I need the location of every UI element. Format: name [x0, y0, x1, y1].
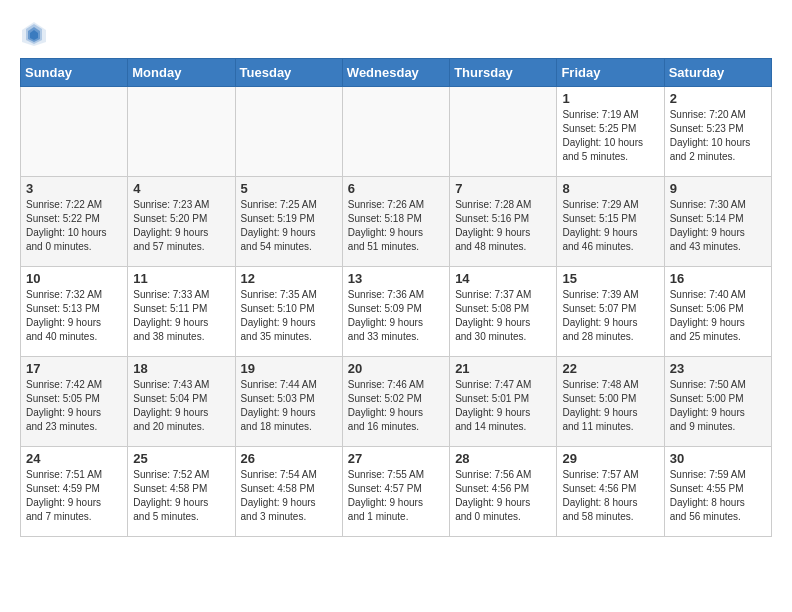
calendar-cell: 28Sunrise: 7:56 AM Sunset: 4:56 PM Dayli…: [450, 447, 557, 537]
day-number: 2: [670, 91, 766, 106]
day-number: 11: [133, 271, 229, 286]
day-info: Sunrise: 7:48 AM Sunset: 5:00 PM Dayligh…: [562, 378, 658, 434]
day-info: Sunrise: 7:52 AM Sunset: 4:58 PM Dayligh…: [133, 468, 229, 524]
day-info: Sunrise: 7:26 AM Sunset: 5:18 PM Dayligh…: [348, 198, 444, 254]
calendar-cell: 25Sunrise: 7:52 AM Sunset: 4:58 PM Dayli…: [128, 447, 235, 537]
weekday-header: Thursday: [450, 59, 557, 87]
day-number: 13: [348, 271, 444, 286]
calendar-cell: 15Sunrise: 7:39 AM Sunset: 5:07 PM Dayli…: [557, 267, 664, 357]
day-info: Sunrise: 7:56 AM Sunset: 4:56 PM Dayligh…: [455, 468, 551, 524]
day-number: 25: [133, 451, 229, 466]
day-info: Sunrise: 7:22 AM Sunset: 5:22 PM Dayligh…: [26, 198, 122, 254]
day-info: Sunrise: 7:59 AM Sunset: 4:55 PM Dayligh…: [670, 468, 766, 524]
day-info: Sunrise: 7:33 AM Sunset: 5:11 PM Dayligh…: [133, 288, 229, 344]
day-info: Sunrise: 7:28 AM Sunset: 5:16 PM Dayligh…: [455, 198, 551, 254]
day-info: Sunrise: 7:29 AM Sunset: 5:15 PM Dayligh…: [562, 198, 658, 254]
calendar-cell: 17Sunrise: 7:42 AM Sunset: 5:05 PM Dayli…: [21, 357, 128, 447]
page-header: [20, 20, 772, 48]
logo: [20, 20, 52, 48]
calendar-cell: 23Sunrise: 7:50 AM Sunset: 5:00 PM Dayli…: [664, 357, 771, 447]
day-info: Sunrise: 7:39 AM Sunset: 5:07 PM Dayligh…: [562, 288, 658, 344]
day-number: 19: [241, 361, 337, 376]
day-info: Sunrise: 7:40 AM Sunset: 5:06 PM Dayligh…: [670, 288, 766, 344]
logo-icon: [20, 20, 48, 48]
day-info: Sunrise: 7:32 AM Sunset: 5:13 PM Dayligh…: [26, 288, 122, 344]
calendar-cell: 30Sunrise: 7:59 AM Sunset: 4:55 PM Dayli…: [664, 447, 771, 537]
weekday-header: Friday: [557, 59, 664, 87]
weekday-header: Sunday: [21, 59, 128, 87]
calendar-cell: [450, 87, 557, 177]
day-number: 28: [455, 451, 551, 466]
calendar-cell: 6Sunrise: 7:26 AM Sunset: 5:18 PM Daylig…: [342, 177, 449, 267]
calendar-week-row: 17Sunrise: 7:42 AM Sunset: 5:05 PM Dayli…: [21, 357, 772, 447]
weekday-header-row: SundayMondayTuesdayWednesdayThursdayFrid…: [21, 59, 772, 87]
day-info: Sunrise: 7:20 AM Sunset: 5:23 PM Dayligh…: [670, 108, 766, 164]
day-number: 18: [133, 361, 229, 376]
day-info: Sunrise: 7:25 AM Sunset: 5:19 PM Dayligh…: [241, 198, 337, 254]
calendar-week-row: 10Sunrise: 7:32 AM Sunset: 5:13 PM Dayli…: [21, 267, 772, 357]
day-info: Sunrise: 7:23 AM Sunset: 5:20 PM Dayligh…: [133, 198, 229, 254]
calendar-week-row: 1Sunrise: 7:19 AM Sunset: 5:25 PM Daylig…: [21, 87, 772, 177]
weekday-header: Monday: [128, 59, 235, 87]
calendar-cell: [128, 87, 235, 177]
calendar-week-row: 3Sunrise: 7:22 AM Sunset: 5:22 PM Daylig…: [21, 177, 772, 267]
day-number: 5: [241, 181, 337, 196]
day-number: 22: [562, 361, 658, 376]
calendar-cell: 16Sunrise: 7:40 AM Sunset: 5:06 PM Dayli…: [664, 267, 771, 357]
weekday-header: Tuesday: [235, 59, 342, 87]
day-number: 27: [348, 451, 444, 466]
day-number: 10: [26, 271, 122, 286]
calendar-cell: 2Sunrise: 7:20 AM Sunset: 5:23 PM Daylig…: [664, 87, 771, 177]
day-info: Sunrise: 7:54 AM Sunset: 4:58 PM Dayligh…: [241, 468, 337, 524]
calendar-cell: 5Sunrise: 7:25 AM Sunset: 5:19 PM Daylig…: [235, 177, 342, 267]
calendar-cell: 18Sunrise: 7:43 AM Sunset: 5:04 PM Dayli…: [128, 357, 235, 447]
calendar-cell: 7Sunrise: 7:28 AM Sunset: 5:16 PM Daylig…: [450, 177, 557, 267]
calendar-cell: [342, 87, 449, 177]
calendar-cell: 12Sunrise: 7:35 AM Sunset: 5:10 PM Dayli…: [235, 267, 342, 357]
day-info: Sunrise: 7:35 AM Sunset: 5:10 PM Dayligh…: [241, 288, 337, 344]
day-info: Sunrise: 7:51 AM Sunset: 4:59 PM Dayligh…: [26, 468, 122, 524]
day-number: 12: [241, 271, 337, 286]
weekday-header: Wednesday: [342, 59, 449, 87]
day-number: 26: [241, 451, 337, 466]
day-info: Sunrise: 7:46 AM Sunset: 5:02 PM Dayligh…: [348, 378, 444, 434]
day-info: Sunrise: 7:30 AM Sunset: 5:14 PM Dayligh…: [670, 198, 766, 254]
calendar-cell: 9Sunrise: 7:30 AM Sunset: 5:14 PM Daylig…: [664, 177, 771, 267]
day-number: 16: [670, 271, 766, 286]
calendar-cell: [235, 87, 342, 177]
day-number: 20: [348, 361, 444, 376]
calendar-cell: 27Sunrise: 7:55 AM Sunset: 4:57 PM Dayli…: [342, 447, 449, 537]
day-number: 17: [26, 361, 122, 376]
day-info: Sunrise: 7:42 AM Sunset: 5:05 PM Dayligh…: [26, 378, 122, 434]
day-number: 21: [455, 361, 551, 376]
day-number: 24: [26, 451, 122, 466]
day-number: 15: [562, 271, 658, 286]
calendar-cell: [21, 87, 128, 177]
calendar-cell: 13Sunrise: 7:36 AM Sunset: 5:09 PM Dayli…: [342, 267, 449, 357]
calendar-cell: 11Sunrise: 7:33 AM Sunset: 5:11 PM Dayli…: [128, 267, 235, 357]
day-number: 1: [562, 91, 658, 106]
day-info: Sunrise: 7:44 AM Sunset: 5:03 PM Dayligh…: [241, 378, 337, 434]
day-info: Sunrise: 7:55 AM Sunset: 4:57 PM Dayligh…: [348, 468, 444, 524]
weekday-header: Saturday: [664, 59, 771, 87]
calendar-cell: 1Sunrise: 7:19 AM Sunset: 5:25 PM Daylig…: [557, 87, 664, 177]
day-info: Sunrise: 7:57 AM Sunset: 4:56 PM Dayligh…: [562, 468, 658, 524]
calendar-cell: 19Sunrise: 7:44 AM Sunset: 5:03 PM Dayli…: [235, 357, 342, 447]
day-number: 9: [670, 181, 766, 196]
calendar-cell: 24Sunrise: 7:51 AM Sunset: 4:59 PM Dayli…: [21, 447, 128, 537]
calendar-cell: 8Sunrise: 7:29 AM Sunset: 5:15 PM Daylig…: [557, 177, 664, 267]
calendar-cell: 3Sunrise: 7:22 AM Sunset: 5:22 PM Daylig…: [21, 177, 128, 267]
calendar-cell: 4Sunrise: 7:23 AM Sunset: 5:20 PM Daylig…: [128, 177, 235, 267]
day-number: 8: [562, 181, 658, 196]
calendar-cell: 14Sunrise: 7:37 AM Sunset: 5:08 PM Dayli…: [450, 267, 557, 357]
day-number: 29: [562, 451, 658, 466]
calendar-cell: 26Sunrise: 7:54 AM Sunset: 4:58 PM Dayli…: [235, 447, 342, 537]
day-number: 23: [670, 361, 766, 376]
day-number: 3: [26, 181, 122, 196]
calendar-week-row: 24Sunrise: 7:51 AM Sunset: 4:59 PM Dayli…: [21, 447, 772, 537]
calendar-cell: 21Sunrise: 7:47 AM Sunset: 5:01 PM Dayli…: [450, 357, 557, 447]
calendar-cell: 22Sunrise: 7:48 AM Sunset: 5:00 PM Dayli…: [557, 357, 664, 447]
calendar-cell: 10Sunrise: 7:32 AM Sunset: 5:13 PM Dayli…: [21, 267, 128, 357]
day-number: 14: [455, 271, 551, 286]
day-number: 7: [455, 181, 551, 196]
